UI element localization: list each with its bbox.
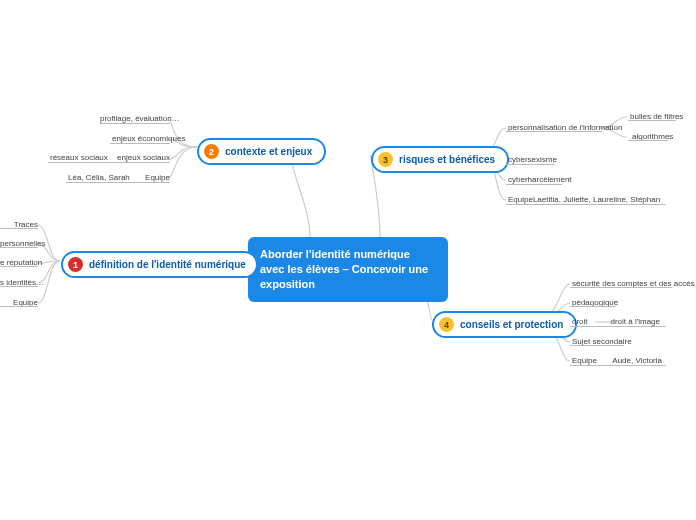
badge-4: 4	[439, 317, 454, 332]
b3-team-names: Laetitia, Juliette, Laureline, Stéphan	[533, 195, 660, 204]
branch-conseils[interactable]: 4 conseils et protection	[432, 311, 577, 338]
b2-leaf-equipe[interactable]: Léa, Célia, Sarah Equipe	[68, 173, 170, 182]
b2-team-names: Léa, Célia, Sarah	[68, 173, 130, 182]
b4-leaf-equipe[interactable]: Equipe Aude, Victoria	[572, 356, 662, 365]
center-topic[interactable]: Aborder l'identité numérique avec les él…	[248, 237, 448, 302]
center-title: Aborder l'identité numérique avec les él…	[260, 248, 428, 290]
branch-contexte[interactable]: 2 contexte et enjeux	[197, 138, 326, 165]
b3-leaf-equipe[interactable]: Equipe Laetitia, Juliette, Laureline, St…	[508, 195, 660, 204]
b4-team-label: Equipe	[572, 356, 597, 365]
b4-droit: droit	[572, 317, 588, 326]
branch-definition[interactable]: 1 définition de l'identité numérique	[61, 251, 258, 278]
b2-leaf-economiques[interactable]: enjeux économiques	[112, 134, 185, 143]
b3-leaf-cyberharcelement[interactable]: cyberharcèlement	[508, 175, 572, 184]
b2-leaf-sociaux[interactable]: réseaux sociaux enjeux sociaux	[50, 153, 170, 162]
b4-droit-image: droit à l'image	[610, 317, 660, 326]
b3-leaf-cybersexisme[interactable]: cybersexisme	[508, 155, 557, 164]
b2-enjeux-sociaux: enjeux sociaux	[117, 153, 170, 162]
branch-risques[interactable]: 3 risques et bénéfices	[371, 146, 509, 173]
b2-team-label: Equipe	[145, 173, 170, 182]
b4-leaf-droit[interactable]: droit droit à l'image	[572, 317, 660, 326]
branch-2-label: contexte et enjeux	[225, 146, 312, 157]
badge-2: 2	[204, 144, 219, 159]
branch-3-label: risques et bénéfices	[399, 154, 495, 165]
badge-3: 3	[378, 152, 393, 167]
branch-4-label: conseils et protection	[460, 319, 563, 330]
badge-1: 1	[68, 257, 83, 272]
branch-1-label: définition de l'identité numérique	[89, 259, 246, 270]
b2-reseaux: réseaux sociaux	[50, 153, 108, 162]
b4-team-names: Aude, Victoria	[612, 356, 662, 365]
b3-team-label: Equipe	[508, 195, 533, 204]
b2-leaf-profilage[interactable]: profilage, évaluation…	[100, 114, 180, 123]
